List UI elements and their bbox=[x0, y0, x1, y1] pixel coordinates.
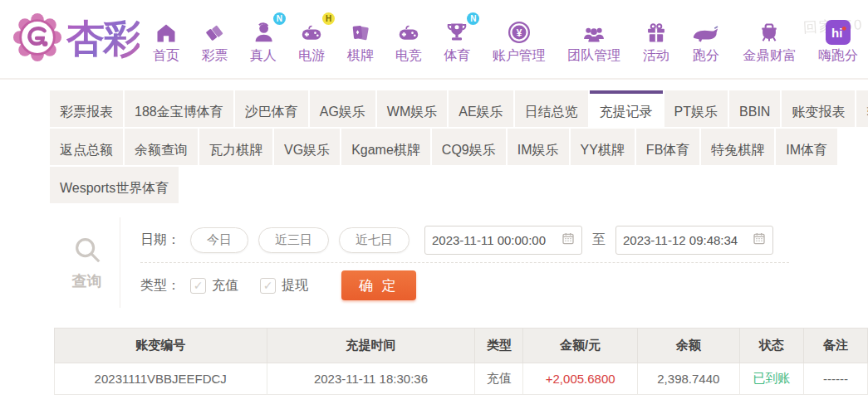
query-block: 查询 bbox=[54, 217, 120, 308]
trophy-icon: N bbox=[444, 18, 469, 45]
calendar-icon[interactable] bbox=[562, 231, 575, 248]
home-icon bbox=[154, 18, 179, 45]
checkbox-recharge-label: 充值 bbox=[212, 277, 238, 295]
cell-remark: ------ bbox=[803, 363, 867, 395]
nav-live[interactable]: N 真人 bbox=[250, 18, 277, 65]
confirm-button[interactable]: 确 定 bbox=[341, 270, 416, 300]
tab-ae[interactable]: AE娱乐 bbox=[449, 90, 512, 127]
lotus-emblem-icon bbox=[12, 12, 63, 66]
col-header-remark: 备注 bbox=[803, 329, 867, 363]
calendar-icon[interactable] bbox=[753, 231, 766, 248]
tab-pt[interactable]: PT娱乐 bbox=[664, 90, 728, 127]
report-tabs: 彩票报表 188金宝博体育 沙巴体育 AG娱乐 WM娱乐 AE娱乐 日结总览 充… bbox=[50, 90, 868, 203]
tab-wm[interactable]: WM娱乐 bbox=[377, 90, 447, 127]
range-7days-button[interactable]: 近七日 bbox=[339, 227, 409, 253]
nav-home[interactable]: 首页 bbox=[153, 18, 179, 65]
range-today-button[interactable]: 今日 bbox=[190, 227, 248, 253]
tab-im-games[interactable]: IM娱乐 bbox=[508, 129, 569, 165]
tab-rebate-total[interactable]: 返点总额 bbox=[50, 129, 123, 165]
nav-items: 首页 彩票 N 真人 H 电游 棋牌 bbox=[151, 13, 860, 65]
tab-wali[interactable]: 瓦力棋牌 bbox=[199, 129, 272, 165]
nav-boardgames[interactable]: 棋牌 bbox=[347, 18, 374, 65]
nav-paofen[interactable]: 跑分 bbox=[691, 18, 721, 65]
nav-hi-paofen[interactable]: hi 嗨跑分 bbox=[818, 18, 858, 65]
tab-kgame[interactable]: Kgame棋牌 bbox=[341, 129, 430, 165]
type-filter-row: 类型： ✓ 充值 ✓ 提现 确 定 bbox=[140, 263, 868, 308]
tab-row-2: 返点总额 余额查询 瓦力棋牌 VG娱乐 Kgame棋牌 CQ9娱乐 IM娱乐 Y… bbox=[50, 129, 868, 165]
svg-text:hi: hi bbox=[831, 26, 842, 40]
svg-text:¥: ¥ bbox=[517, 27, 522, 39]
nav-label: 首页 bbox=[153, 47, 179, 65]
nav-lottery[interactable]: 彩票 bbox=[201, 18, 228, 65]
tab-bbin[interactable]: BBIN bbox=[729, 90, 780, 127]
nav-egames[interactable]: H 电游 bbox=[298, 18, 325, 65]
col-header-time: 充提时间 bbox=[267, 329, 475, 363]
date-from-input[interactable] bbox=[432, 233, 558, 247]
nav-label: 嗨跑分 bbox=[818, 47, 858, 65]
col-header-type: 类型 bbox=[475, 329, 523, 363]
hi-app-icon: hi bbox=[826, 18, 851, 45]
tab-recharge-withdraw-records[interactable]: 充提记录 bbox=[590, 90, 663, 127]
ding-vessel-icon bbox=[757, 18, 782, 45]
col-header-amount: 金额/元 bbox=[523, 329, 638, 363]
nav-label: 活动 bbox=[643, 47, 669, 65]
filter-panel: 查询 日期： 今日 近三日 近七日 至 类型： bbox=[54, 217, 868, 308]
tab-transfer-report[interactable]: 转账报表 bbox=[856, 90, 868, 127]
gamepad-icon: H bbox=[298, 18, 325, 45]
nav-account-management[interactable]: ¥ 账户管理 bbox=[493, 18, 546, 65]
tab-im-sports[interactable]: IM体育 bbox=[776, 129, 837, 165]
checkbox-icon: ✓ bbox=[260, 278, 276, 294]
cell-type: 充值 bbox=[475, 363, 523, 395]
tab-yy[interactable]: YY棋牌 bbox=[571, 129, 635, 165]
nav-jinding-wealth[interactable]: 金鼎财富 bbox=[743, 18, 796, 65]
nav-activities[interactable]: 活动 bbox=[643, 18, 669, 65]
cell-time: 2023-11-11 18:30:36 bbox=[267, 363, 475, 395]
cell-amount: +2,005.6800 bbox=[523, 363, 638, 395]
nav-label: 彩票 bbox=[201, 47, 228, 65]
nav-label: 电游 bbox=[298, 47, 325, 65]
tab-188-sports[interactable]: 188金宝博体育 bbox=[125, 90, 233, 127]
tab-saba-sports[interactable]: 沙巴体育 bbox=[235, 90, 308, 127]
tab-lottery-report[interactable]: 彩票报表 bbox=[50, 90, 123, 127]
nav-sports[interactable]: N 体育 bbox=[444, 18, 470, 65]
tab-balance-query[interactable]: 余额查询 bbox=[125, 129, 198, 165]
nav-label: 真人 bbox=[250, 47, 277, 65]
table-row: 20231111VBBJEEFDCJ 2023-11-11 18:30:36 充… bbox=[55, 363, 868, 395]
date-filter-row: 日期： 今日 近三日 近七日 至 bbox=[140, 217, 868, 262]
tab-row-3: Wesports世界体育 bbox=[50, 167, 868, 203]
col-header-status: 状态 bbox=[739, 329, 803, 363]
nav-esports[interactable]: 电竞 bbox=[395, 18, 422, 65]
hot-badge: H bbox=[322, 12, 335, 25]
date-to-input[interactable] bbox=[623, 233, 749, 247]
nav-label: 体育 bbox=[444, 47, 470, 65]
nav-label: 棋牌 bbox=[347, 47, 374, 65]
type-label: 类型： bbox=[140, 277, 180, 295]
search-icon bbox=[71, 234, 103, 269]
col-header-balance: 余额 bbox=[637, 329, 739, 363]
cell-account-change-id: 20231111VBBJEEFDCJ bbox=[55, 363, 267, 395]
tab-row-1: 彩票报表 188金宝博体育 沙巴体育 AG娱乐 WM娱乐 AE娱乐 日结总览 充… bbox=[50, 90, 868, 127]
esports-gamepad-icon bbox=[395, 18, 422, 45]
filter-body: 日期： 今日 近三日 近七日 至 类型： ✓ bbox=[120, 217, 868, 308]
tab-cq9[interactable]: CQ9娱乐 bbox=[432, 129, 506, 165]
tab-daily-summary[interactable]: 日结总览 bbox=[515, 90, 588, 127]
tab-fb-sports[interactable]: FB体育 bbox=[636, 129, 699, 165]
checkbox-recharge[interactable]: ✓ 充值 bbox=[190, 277, 238, 295]
tab-account-change-report[interactable]: 账变报表 bbox=[782, 90, 855, 127]
tab-tetu[interactable]: 特兔棋牌 bbox=[701, 129, 774, 165]
tab-vg[interactable]: VG娱乐 bbox=[274, 129, 340, 165]
new-badge: N bbox=[467, 12, 479, 25]
checkbox-withdraw[interactable]: ✓ 提现 bbox=[260, 277, 308, 295]
nav-team-management[interactable]: 团队管理 bbox=[567, 18, 620, 65]
brand-logo[interactable]: 杏彩 bbox=[12, 12, 140, 66]
query-label: 查询 bbox=[72, 271, 102, 291]
lottery-tickets-icon bbox=[203, 18, 226, 45]
nav-label: 团队管理 bbox=[567, 47, 620, 65]
date-label: 日期： bbox=[140, 231, 180, 249]
date-from-box bbox=[424, 226, 582, 255]
tab-wesports[interactable]: Wesports世界体育 bbox=[50, 167, 179, 203]
range-3days-button[interactable]: 近三日 bbox=[258, 227, 329, 253]
to-label: 至 bbox=[592, 231, 606, 249]
tab-ag[interactable]: AG娱乐 bbox=[310, 90, 375, 127]
gift-icon bbox=[645, 18, 668, 45]
